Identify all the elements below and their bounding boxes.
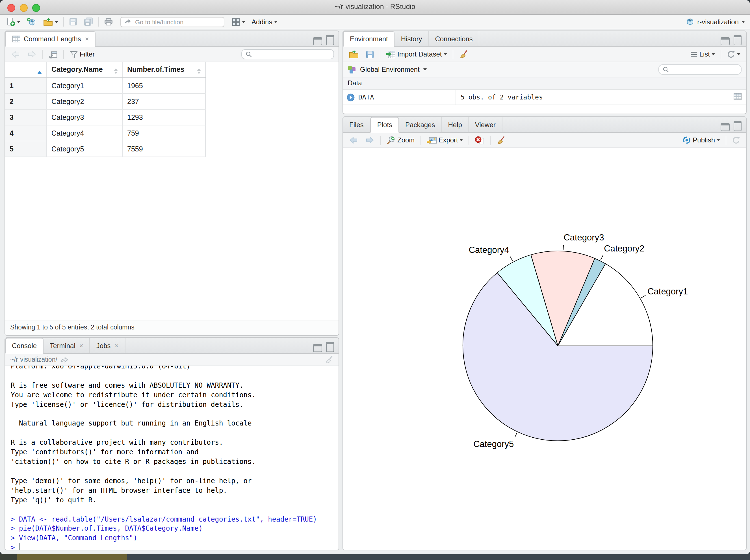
close-tab-icon[interactable]: × — [79, 342, 83, 349]
print-button[interactable] — [103, 17, 114, 26]
table-row[interactable]: 3Category31293 — [5, 109, 205, 125]
rownum-column-header[interactable] — [5, 62, 47, 78]
tab-connections[interactable]: Connections — [429, 31, 479, 46]
minimize-panel-icon[interactable] — [721, 37, 730, 45]
tab-terminal[interactable]: Terminal × — [43, 338, 90, 353]
tab-environment[interactable]: Environment — [343, 31, 395, 47]
save-all-button[interactable] — [82, 17, 94, 26]
toolbar-separator — [490, 135, 491, 145]
column-header-category-name[interactable]: Category.Name — [47, 62, 122, 78]
previous-plot-button[interactable] — [348, 136, 359, 145]
tab-console[interactable]: Console — [5, 338, 43, 354]
minimize-panel-icon[interactable] — [721, 123, 730, 131]
console-command-line: > View(DATA, "Command Lengths") — [11, 534, 338, 543]
list-icon — [690, 51, 698, 57]
console-output-line: Type 'license()' or 'licence()' for dist… — [11, 400, 338, 409]
import-dataset-button[interactable]: Import Dataset — [385, 49, 448, 59]
zoom-plot-button[interactable]: Zoom — [386, 135, 416, 145]
toolbar-separator — [380, 135, 381, 145]
fullscreen-window-button[interactable] — [32, 4, 40, 12]
cell-rownum: 1 — [5, 78, 47, 94]
cell-name: Category3 — [47, 109, 122, 125]
pane-layout-button[interactable] — [231, 17, 246, 26]
tab-plots[interactable]: Plots — [371, 117, 399, 133]
minimize-window-button[interactable] — [20, 4, 28, 12]
forward-button[interactable] — [26, 50, 38, 59]
maximize-panel-icon[interactable] — [734, 121, 742, 131]
minimize-panel-icon[interactable] — [313, 344, 322, 352]
table-row[interactable]: 2Category2237 — [5, 94, 205, 109]
print-icon — [104, 18, 113, 26]
environment-search-box[interactable] — [658, 64, 742, 75]
close-window-button[interactable] — [7, 4, 15, 12]
addins-button[interactable]: Addins — [250, 17, 278, 26]
save-all-icon — [84, 18, 93, 26]
maximize-panel-icon[interactable] — [326, 342, 334, 352]
clear-console-broom-icon[interactable] — [324, 355, 333, 364]
save-button[interactable] — [68, 17, 79, 26]
save-workspace-button[interactable] — [364, 49, 375, 59]
open-in-new-window-button[interactable] — [47, 49, 59, 59]
close-tab-icon[interactable]: × — [115, 342, 119, 349]
filter-funnel-icon — [70, 50, 78, 58]
new-project-icon: R — [26, 17, 37, 26]
tab-help[interactable]: Help — [442, 117, 469, 132]
publish-button[interactable]: Publish — [681, 136, 721, 145]
table-row[interactable]: 5Category57559 — [5, 141, 205, 157]
tab-files[interactable]: Files — [343, 117, 371, 132]
toolbar-separator — [726, 135, 726, 145]
tab-history[interactable]: History — [395, 31, 429, 46]
go-to-directory-icon[interactable] — [61, 356, 69, 363]
filter-button[interactable]: Filter — [68, 50, 96, 59]
goto-file-input[interactable] — [134, 18, 221, 26]
expand-object-icon[interactable] — [347, 93, 355, 101]
remove-plot-button[interactable] — [474, 135, 486, 145]
goto-arrow-icon — [124, 18, 131, 25]
filter-label: Filter — [80, 50, 95, 58]
new-project-button[interactable]: R — [25, 17, 38, 27]
publish-icon — [682, 136, 691, 144]
export-plot-button[interactable]: Export — [425, 135, 464, 145]
clear-environment-button[interactable] — [457, 49, 469, 59]
maximize-panel-icon[interactable] — [326, 35, 334, 45]
console-output-line: Type 'contributors()' for more informati… — [11, 447, 338, 457]
tab-packages[interactable]: Packages — [399, 117, 442, 132]
chevron-down-icon — [443, 53, 447, 55]
load-workspace-button[interactable] — [348, 49, 360, 59]
refresh-environment-button[interactable] — [726, 49, 742, 59]
pie-slice-label: Category5 — [473, 439, 514, 449]
tab-viewer[interactable]: Viewer — [469, 117, 502, 132]
console-output-area[interactable]: Platform: x86_64-apple-darwin15.6.0 (64-… — [5, 366, 338, 550]
open-file-button[interactable] — [42, 17, 59, 27]
environment-object-row[interactable]: DATA 5 obs. of 2 variables — [343, 90, 746, 105]
cell-rownum: 4 — [5, 125, 47, 141]
chevron-down-icon — [423, 68, 427, 71]
tab-jobs[interactable]: Jobs × — [90, 338, 125, 353]
viewer-search-input[interactable] — [254, 50, 330, 58]
tab-command-lengths[interactable]: Command Lengths × — [5, 31, 96, 47]
console-command-line: > — [11, 543, 338, 550]
environment-tabstrip: Environment History Connections — [343, 31, 746, 47]
project-menu-button[interactable]: R r-visualization — [685, 18, 745, 26]
minimize-panel-icon[interactable] — [313, 37, 322, 45]
environment-scope-label[interactable]: Global Environment — [360, 65, 420, 74]
back-button[interactable] — [9, 50, 21, 59]
next-plot-button[interactable] — [364, 136, 376, 145]
maximize-panel-icon[interactable] — [734, 35, 742, 45]
viewer-search-box[interactable] — [241, 49, 334, 59]
pie-label-tick — [601, 255, 603, 260]
back-arrow-icon — [11, 50, 20, 58]
new-file-button[interactable] — [5, 17, 21, 27]
import-dataset-icon — [386, 50, 396, 59]
view-table-icon[interactable] — [733, 93, 742, 100]
refresh-plot-button[interactable] — [731, 135, 742, 145]
titlebar[interactable]: ~/r-visualization - RStudio — [0, 0, 750, 15]
close-tab-icon[interactable]: × — [85, 36, 89, 42]
table-row[interactable]: 1Category11965 — [5, 78, 205, 94]
environment-search-input[interactable] — [671, 65, 737, 74]
table-row[interactable]: 4Category4759 — [5, 125, 205, 141]
clear-all-plots-button[interactable] — [495, 135, 507, 145]
goto-file-search[interactable] — [120, 17, 224, 27]
column-header-number-of-times[interactable]: Number.of.Times — [122, 62, 205, 78]
list-view-button[interactable]: List — [689, 50, 716, 59]
